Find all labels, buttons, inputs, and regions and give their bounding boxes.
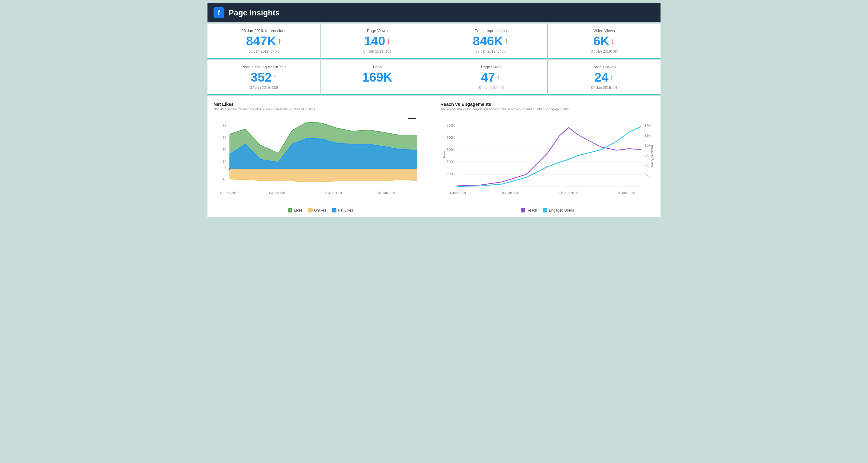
svg-text:Reach: Reach — [442, 148, 446, 158]
reach-chart: Reach vs Engagements The report shows th… — [434, 96, 660, 217]
legend-likes: ✓ Likes — [288, 208, 302, 212]
metric-label: Posts Impressions — [440, 28, 541, 33]
likes-legend-icon: ✓ — [288, 208, 292, 212]
reach-legend: ✓ Reach ✓ Engaged Users — [440, 208, 654, 212]
trend-down-icon: ↓ — [386, 37, 391, 45]
legend-net-likes: ✓ Net Likes — [332, 208, 353, 212]
charts-row: Net Likes Net likes shows the number of … — [208, 96, 660, 217]
trend-down-icon: ↓ — [611, 37, 615, 45]
svg-text:700K: 700K — [447, 136, 455, 139]
metric-card: Posts Impressions 846K↑ 07 Jan 2019: 645… — [434, 24, 547, 59]
svg-text:14K: 14K — [645, 124, 651, 127]
metric-label: Page Unlikes — [554, 65, 655, 69]
metric-prev: 07 Jan 2019: 6K — [554, 49, 655, 54]
metric-card: Fans 169K — [321, 60, 434, 95]
svg-text:8K: 8K — [645, 153, 649, 157]
unlikes-legend-icon: ✓ — [308, 208, 313, 212]
metric-prev: 07 Jan 2019: 645K — [214, 49, 314, 54]
metric-card: People Talking About This 352↑ 07 Jan 20… — [208, 60, 320, 95]
reach-chart-area: 800K 700K 600K 500K 400K Reach 14K 12K 1… — [440, 114, 654, 206]
metric-prev: 07 Jan 2019: 14 — [554, 86, 655, 90]
svg-text:05 Jan 2019: 05 Jan 2019 — [323, 191, 342, 195]
metric-value: 169K — [327, 71, 428, 84]
metric-value: 47↑ — [440, 71, 541, 84]
metrics-row1: 08 Jan 2019: Impressions 847K↑ 07 Jan 20… — [208, 24, 660, 59]
metric-prev: 07 Jan 2019: 336 — [214, 86, 314, 90]
reach-legend-icon: ✓ — [521, 208, 525, 212]
metric-value: 847K↑ — [214, 35, 314, 48]
svg-text:6K: 6K — [645, 164, 649, 167]
metric-label: Page Likes — [440, 65, 541, 69]
net-likes-legend-icon: ✓ — [332, 208, 336, 212]
svg-text:30: 30 — [223, 148, 226, 151]
metric-label: 08 Jan 2019: Impressions — [214, 28, 314, 33]
metric-card: Video Views 6K↓ 07 Jan 2019: 6K — [548, 24, 661, 59]
svg-text:05 Jan 2019: 05 Jan 2019 — [559, 191, 578, 195]
metric-value: 846K↑ — [440, 35, 541, 48]
metric-label: Fans — [327, 65, 428, 69]
svg-text:12K: 12K — [645, 134, 651, 137]
net-likes-chart-area: 70 50 30 10 0 -10 — [214, 114, 428, 206]
svg-text:400K: 400K — [447, 172, 455, 176]
svg-text:4K: 4K — [645, 173, 649, 177]
trend-up-icon: ↑ — [273, 73, 277, 82]
svg-text:50: 50 — [223, 136, 226, 139]
legend-engaged-users: ✓ Engaged Users — [543, 208, 574, 212]
svg-text:03 Jan 2019: 03 Jan 2019 — [502, 191, 520, 195]
metric-card: 08 Jan 2019: Impressions 847K↑ 07 Jan 20… — [208, 24, 320, 59]
svg-text:07 Jan 2019: 07 Jan 2019 — [378, 191, 396, 195]
metric-prev: 07 Jan 2019: 154 — [327, 49, 428, 54]
legend-reach: ✓ Reach — [521, 208, 537, 212]
svg-text:0: 0 — [224, 167, 226, 170]
metric-value: 140↓ — [327, 35, 428, 48]
header: f Page Insights — [208, 3, 660, 22]
metric-prev: 07 Jan 2019: 46 — [440, 86, 541, 90]
svg-text:600K: 600K — [447, 148, 455, 151]
trend-up-icon: ↑ — [610, 73, 614, 82]
svg-text:70: 70 — [223, 124, 226, 127]
metric-label: Page Views — [327, 28, 428, 33]
svg-text:500K: 500K — [447, 160, 455, 164]
trend-up-icon: ↑ — [496, 73, 500, 82]
metric-prev: 07 Jan 2019: 645K — [440, 49, 541, 54]
metric-label: People Talking About This — [214, 65, 314, 69]
legend-unlikes: ✓ Unlikes — [308, 208, 326, 212]
svg-text:Engaged Users: Engaged Users — [651, 145, 654, 168]
metric-card: Page Views 140↓ 07 Jan 2019: 154 — [321, 24, 434, 59]
svg-text:01 Jan 2019: 01 Jan 2019 — [447, 191, 466, 195]
reach-title: Reach vs Engagements — [440, 102, 654, 107]
net-likes-legend: ✓ Likes ✓ Unlikes ✓ Net Likes — [214, 208, 428, 212]
metrics-row2: People Talking About This 352↑ 07 Jan 20… — [208, 60, 660, 95]
svg-text:07 Jan 2019: 07 Jan 2019 — [617, 191, 635, 195]
metric-label: Video Views — [554, 28, 655, 33]
svg-text:10K: 10K — [645, 144, 651, 147]
net-likes-chart: Net Likes Net likes shows the number of … — [208, 96, 434, 217]
trend-up-icon: ↑ — [278, 37, 282, 45]
net-likes-subtitle: Net likes shows the number of new likes … — [214, 107, 428, 111]
metric-card: Page Likes 47↑ 07 Jan 2019: 46 — [434, 60, 547, 95]
svg-text:800K: 800K — [447, 124, 455, 127]
trend-up-icon: ↑ — [504, 37, 508, 45]
metric-value: 6K↓ — [554, 35, 655, 48]
metric-card: Page Unlikes 24↑ 07 Jan 2019: 14 — [548, 60, 661, 95]
metric-value: 352↑ — [214, 71, 314, 84]
svg-text:03 Jan 2019: 03 Jan 2019 — [269, 191, 287, 195]
facebook-icon: f — [214, 7, 224, 18]
page-title: Page Insights — [229, 8, 280, 18]
svg-text:01 Jan 2019: 01 Jan 2019 — [220, 191, 239, 195]
net-likes-title: Net Likes — [214, 102, 428, 107]
svg-text:-10: -10 — [222, 177, 226, 181]
reach-subtitle: The report shows the correlation between… — [440, 107, 654, 111]
metric-value: 24↑ — [554, 71, 655, 84]
engaged-users-legend-icon: ✓ — [543, 208, 547, 212]
dashboard: f Page Insights 08 Jan 2019: Impressions… — [208, 3, 660, 217]
svg-text:10: 10 — [223, 160, 226, 164]
